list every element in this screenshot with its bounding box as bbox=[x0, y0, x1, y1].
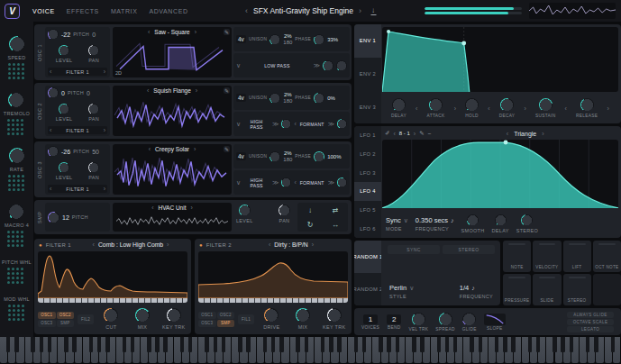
morph-dropdown-icon[interactable]: ∨ bbox=[236, 121, 241, 127]
lfo-paint-icon[interactable]: ✐ bbox=[385, 130, 389, 137]
piano-key-black[interactable] bbox=[321, 337, 325, 352]
glide-knob[interactable] bbox=[462, 313, 476, 326]
mod-source-velocity[interactable]: VELOCITY bbox=[533, 241, 561, 272]
lfo-shape-selector[interactable]: ‹ Triangle › bbox=[434, 131, 616, 137]
piano-key-black[interactable] bbox=[354, 337, 359, 352]
mod-source-lift[interactable]: LIFT bbox=[563, 241, 591, 272]
macro-3-knob[interactable] bbox=[9, 148, 25, 164]
filter-2-input-osc2[interactable]: OSC2 bbox=[217, 312, 235, 319]
osc-2-edit-icon[interactable]: ✎ bbox=[224, 87, 230, 94]
filter-2-power-icon[interactable]: ● bbox=[199, 242, 203, 248]
decay-curve-next-icon[interactable]: › bbox=[524, 105, 525, 112]
filter-1-model[interactable]: Comb : Low High Comb bbox=[98, 241, 163, 248]
env-attack-knob[interactable] bbox=[429, 98, 443, 112]
osc-3-warp-type[interactable]: FORMANT bbox=[299, 180, 325, 186]
sample-display[interactable]: ‹ HVAC Unit › bbox=[113, 203, 232, 232]
piano-key-black[interactable] bbox=[48, 337, 52, 352]
macro-2-knob[interactable] bbox=[8, 92, 24, 108]
filter-2-input-smp[interactable]: SMP bbox=[217, 320, 235, 327]
mod-source-oct-note[interactable]: OCT NOTE bbox=[593, 241, 621, 272]
tab-effects[interactable]: EFFECTS bbox=[67, 8, 99, 14]
random-stereo-toggle[interactable]: STEREO bbox=[443, 245, 495, 254]
lfo-smooth-icon[interactable]: ~ bbox=[428, 131, 432, 137]
voices-control[interactable]: 1 VOICES bbox=[361, 314, 379, 330]
osc-3-routing-dropdown[interactable]: ‹ FILTER 1 › bbox=[48, 185, 107, 193]
osc-1-edit-icon[interactable]: ✎ bbox=[224, 29, 230, 35]
lfo-stereo-knob[interactable] bbox=[521, 214, 533, 226]
osc-2-morph-type[interactable]: HIGH PASS bbox=[243, 119, 269, 130]
tempo-sync-icon[interactable]: ♪ bbox=[471, 285, 475, 291]
envelope-display[interactable] bbox=[382, 27, 618, 92]
random-sync-toggle[interactable]: SYNC bbox=[388, 245, 440, 254]
filter-2-input-osc1[interactable]: OSC1 bbox=[198, 312, 216, 319]
tab-lfo-6[interactable]: LFO 6 bbox=[354, 219, 381, 238]
mod-source-note[interactable]: NOTE bbox=[503, 241, 531, 272]
legato-toggle[interactable]: LEGATO bbox=[567, 326, 614, 332]
piano-key-black[interactable] bbox=[586, 337, 590, 352]
lfo-grid-value[interactable]: 8 - 1 bbox=[399, 131, 410, 136]
osc-1-view-mode[interactable]: 2D bbox=[115, 70, 122, 76]
piano-key-black[interactable] bbox=[263, 337, 268, 352]
osc-3-wavetable-display[interactable]: ‹ Creepy Solar › ✎ bbox=[113, 144, 232, 195]
sample-save-icon[interactable]: ↓ bbox=[308, 206, 312, 214]
macro-4-drag-source[interactable] bbox=[7, 231, 25, 249]
piano-key-black[interactable] bbox=[89, 337, 94, 352]
piano-key-black[interactable] bbox=[31, 337, 35, 352]
filter-2-keytrack-knob[interactable] bbox=[327, 308, 342, 323]
osc-1-wavetable-display[interactable]: ‹ Saw - Square › ✎ 2D bbox=[113, 27, 232, 77]
macro-2-drag-source[interactable] bbox=[7, 119, 25, 137]
mod-source-stereo[interactable]: STEREO bbox=[563, 274, 591, 305]
osc-1-wavetable-name[interactable]: Saw - Square bbox=[154, 29, 189, 35]
lfo-frequency-value[interactable]: 0.350 secs bbox=[416, 216, 448, 224]
osc-1-level-knob[interactable] bbox=[59, 45, 69, 56]
sampler-level-knob[interactable] bbox=[239, 205, 251, 216]
volume-slider[interactable] bbox=[425, 7, 522, 14]
piano-key-black[interactable] bbox=[188, 337, 193, 352]
wavetable-prev-icon[interactable]: ‹ bbox=[147, 87, 149, 94]
warp-next-icon[interactable]: ≫ bbox=[328, 121, 334, 127]
tab-lfo-4[interactable]: LFO 4 bbox=[354, 182, 381, 201]
env-release-knob[interactable] bbox=[580, 98, 594, 112]
filter-1-input-osc2[interactable]: OSC2 bbox=[57, 312, 75, 319]
piano-key-black[interactable] bbox=[536, 337, 541, 352]
filter-2-drive-knob[interactable] bbox=[264, 308, 279, 323]
piano-key-black[interactable] bbox=[271, 337, 276, 352]
piano-key-black[interactable] bbox=[222, 337, 226, 352]
piano-key-black[interactable] bbox=[305, 337, 309, 352]
routing-next-icon[interactable]: › bbox=[104, 127, 105, 133]
pitch-wheel-drag-source[interactable] bbox=[7, 268, 25, 286]
decay-curve-prev-icon[interactable]: ‹ bbox=[488, 105, 489, 112]
piano-key-black[interactable] bbox=[72, 337, 77, 352]
tempo-sync-icon[interactable]: ♪ bbox=[451, 217, 454, 223]
piano-key-black[interactable] bbox=[123, 337, 127, 352]
lfo-frequency-control[interactable]: 0.350 secs ♪ FREQUENCY bbox=[416, 216, 454, 232]
osc-3-warp-knob[interactable] bbox=[337, 177, 347, 187]
sample-name[interactable]: HVAC Unit bbox=[159, 205, 187, 211]
piano-key-black[interactable] bbox=[6, 337, 11, 352]
env-hold-knob[interactable] bbox=[465, 98, 479, 112]
always-glide-toggle[interactable]: ALWAYS GLIDE bbox=[567, 312, 614, 318]
morph-dropdown-icon[interactable]: ∨ bbox=[236, 62, 241, 68]
osc-1-pitch-knob[interactable] bbox=[48, 29, 59, 40]
osc-2-routing-dropdown[interactable]: ‹ FILTER 1 › bbox=[48, 126, 107, 134]
piano-key-black[interactable] bbox=[379, 337, 383, 352]
piano-key-black[interactable] bbox=[387, 337, 391, 352]
wavetable-prev-icon[interactable]: ‹ bbox=[149, 146, 151, 152]
osc-1-warp-knob[interactable] bbox=[336, 60, 347, 71]
tab-matrix[interactable]: MATRIX bbox=[111, 8, 138, 14]
osc-1-detune-knob[interactable] bbox=[269, 34, 280, 45]
piano-key-black[interactable] bbox=[64, 337, 68, 352]
piano-key-black[interactable] bbox=[105, 337, 110, 352]
filter-model-next-icon[interactable]: › bbox=[167, 241, 169, 248]
osc-3-morph-knob[interactable] bbox=[281, 177, 291, 187]
morph-next-icon[interactable]: ≫ bbox=[272, 179, 279, 186]
filter-model-prev-icon[interactable]: ‹ bbox=[269, 241, 270, 248]
piano-key-black[interactable] bbox=[337, 337, 342, 352]
filter-2-serial-toggle[interactable]: FIL1 bbox=[238, 314, 254, 324]
random-style-dropdown[interactable]: Perlin ∨ STYLE bbox=[389, 284, 414, 299]
tab-random-1[interactable]: RANDOM 1 bbox=[354, 241, 381, 273]
morph-dropdown-icon[interactable]: ∨ bbox=[236, 179, 241, 186]
filter-1-input-smp[interactable]: SMP bbox=[57, 320, 75, 327]
osc-3-phase-knob[interactable] bbox=[314, 151, 324, 162]
lfo-shape-prev-icon[interactable]: ‹ bbox=[507, 131, 508, 137]
